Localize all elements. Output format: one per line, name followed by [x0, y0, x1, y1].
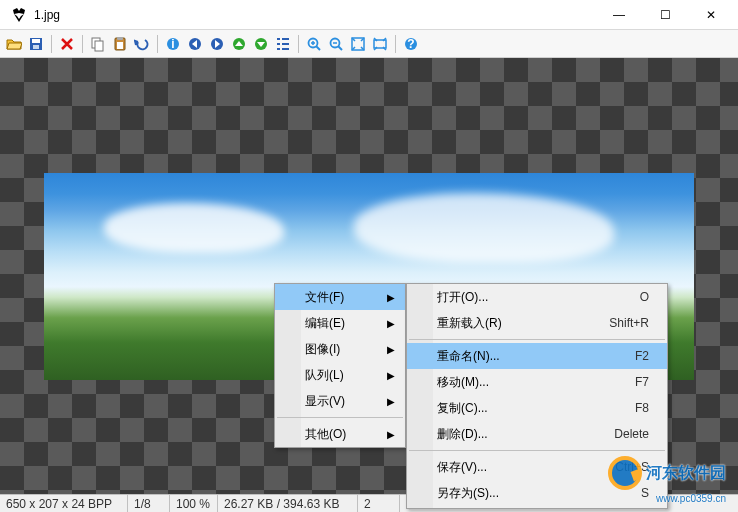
toolbar: i ?	[0, 30, 738, 58]
toolbar-separator	[51, 35, 52, 53]
menu-other-label: 其他(O)	[305, 426, 346, 443]
watermark-logo-icon	[608, 456, 642, 490]
toolbar-separator	[157, 35, 158, 53]
svg-rect-19	[374, 40, 386, 48]
copy-button[interactable]	[88, 34, 108, 54]
app-icon	[10, 6, 28, 24]
delete-button[interactable]	[57, 34, 77, 54]
menu-separator	[277, 417, 403, 418]
menu-image-label: 图像(I)	[305, 341, 340, 358]
watermark: 河东软件园 www.pc0359.cn	[608, 456, 726, 490]
menu-other[interactable]: 其他(O) ▶	[275, 421, 405, 447]
submenu-move[interactable]: 移动(M)... F7	[407, 369, 667, 395]
undo-button[interactable]	[132, 34, 152, 54]
maximize-button[interactable]: ☐	[642, 0, 688, 29]
menu-image[interactable]: 图像(I) ▶	[275, 336, 405, 362]
submenu-open[interactable]: 打开(O)... O	[407, 284, 667, 310]
submenu-rename-shortcut: F2	[635, 349, 649, 363]
toolbar-separator	[395, 35, 396, 53]
help-button[interactable]: ?	[401, 34, 421, 54]
menu-queue[interactable]: 队列(L) ▶	[275, 362, 405, 388]
chevron-right-icon: ▶	[387, 370, 395, 381]
submenu-reload[interactable]: 重新载入(R) Shift+R	[407, 310, 667, 336]
paste-button[interactable]	[110, 34, 130, 54]
submenu-delete-shortcut: Delete	[614, 427, 649, 441]
minimize-button[interactable]: —	[596, 0, 642, 29]
svg-rect-1	[32, 39, 40, 43]
submenu-copy[interactable]: 复制(C)... F8	[407, 395, 667, 421]
menu-view[interactable]: 显示(V) ▶	[275, 388, 405, 414]
submenu-copy-label: 复制(C)...	[437, 400, 488, 417]
close-button[interactable]: ✕	[688, 0, 734, 29]
info-button[interactable]: i	[163, 34, 183, 54]
prev-button[interactable]	[185, 34, 205, 54]
svg-rect-6	[117, 37, 123, 40]
submenu-delete[interactable]: 删除(D)... Delete	[407, 421, 667, 447]
chevron-right-icon: ▶	[387, 344, 395, 355]
submenu-saveas-label: 另存为(S)...	[437, 485, 499, 502]
actual-size-button[interactable]	[370, 34, 390, 54]
submenu-reload-shortcut: Shift+R	[609, 316, 649, 330]
chevron-right-icon: ▶	[387, 396, 395, 407]
context-menu: 文件(F) ▶ 编辑(E) ▶ 图像(I) ▶ 队列(L) ▶ 显示(V) ▶ …	[274, 283, 406, 448]
window-controls: — ☐ ✕	[596, 0, 734, 29]
title-bar: 1.jpg — ☐ ✕	[0, 0, 738, 30]
submenu-delete-label: 删除(D)...	[437, 426, 488, 443]
submenu-open-label: 打开(O)...	[437, 289, 488, 306]
status-filesize: 26.27 KB / 394.63 KB	[218, 495, 358, 512]
svg-text:?: ?	[407, 37, 414, 51]
svg-text:i: i	[171, 37, 174, 51]
menu-file[interactable]: 文件(F) ▶	[275, 284, 405, 310]
menu-edit-label: 编辑(E)	[305, 315, 345, 332]
chevron-right-icon: ▶	[387, 429, 395, 440]
up-button[interactable]	[229, 34, 249, 54]
submenu-move-shortcut: F7	[635, 375, 649, 389]
menu-view-label: 显示(V)	[305, 393, 345, 410]
menu-queue-label: 队列(L)	[305, 367, 344, 384]
submenu-rename-label: 重命名(N)...	[437, 348, 500, 365]
svg-line-15	[316, 46, 320, 50]
svg-line-17	[338, 46, 342, 50]
menu-separator	[409, 339, 665, 340]
fit-button[interactable]	[348, 34, 368, 54]
window-title: 1.jpg	[34, 8, 596, 22]
chevron-right-icon: ▶	[387, 318, 395, 329]
menu-edit[interactable]: 编辑(E) ▶	[275, 310, 405, 336]
submenu-rename[interactable]: 重命名(N)... F2	[407, 343, 667, 369]
svg-rect-4	[95, 41, 103, 51]
chevron-right-icon: ▶	[387, 292, 395, 303]
submenu-save-label: 保存(V)...	[437, 459, 487, 476]
submenu-move-label: 移动(M)...	[437, 374, 489, 391]
submenu-reload-label: 重新载入(R)	[437, 315, 502, 332]
menu-separator	[409, 509, 665, 510]
svg-rect-7	[117, 42, 123, 49]
status-zoom: 100 %	[170, 495, 218, 512]
watermark-text: 河东软件园	[646, 463, 726, 484]
zoom-out-button[interactable]	[326, 34, 346, 54]
next-button[interactable]	[207, 34, 227, 54]
save-button[interactable]	[26, 34, 46, 54]
status-dimensions: 650 x 207 x 24 BPP	[0, 495, 128, 512]
svg-rect-2	[33, 45, 39, 49]
zoom-in-button[interactable]	[304, 34, 324, 54]
toolbar-separator	[82, 35, 83, 53]
down-button[interactable]	[251, 34, 271, 54]
watermark-url: www.pc0359.cn	[656, 493, 726, 504]
submenu-open-shortcut: O	[640, 290, 649, 304]
menu-separator	[409, 450, 665, 451]
open-button[interactable]	[4, 34, 24, 54]
toolbar-separator	[298, 35, 299, 53]
status-date: 2	[358, 495, 400, 512]
submenu-copy-shortcut: F8	[635, 401, 649, 415]
status-page: 1/8	[128, 495, 170, 512]
list-button[interactable]	[273, 34, 293, 54]
menu-file-label: 文件(F)	[305, 289, 344, 306]
